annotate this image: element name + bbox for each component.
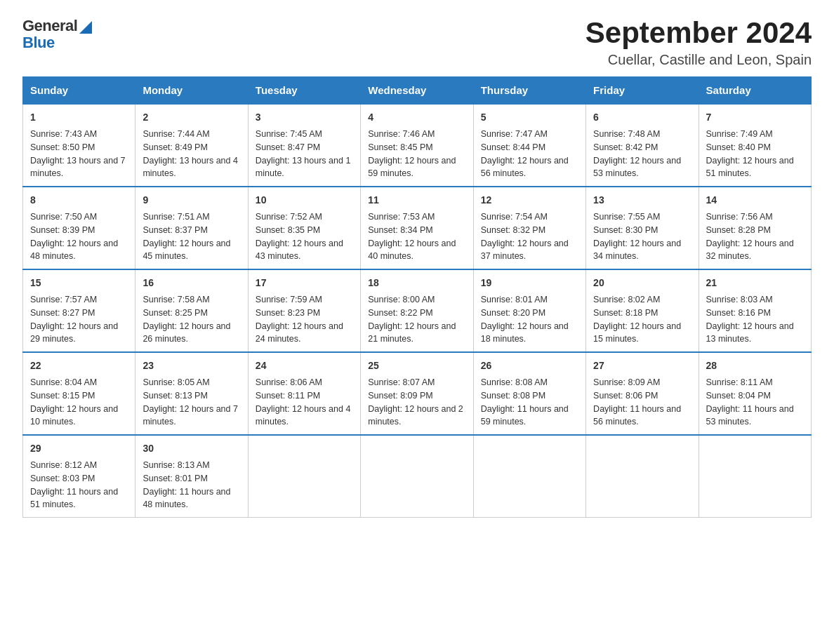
calendar-cell: [473, 435, 585, 518]
day-number: 19: [481, 276, 578, 290]
calendar-cell: 3Sunrise: 7:45 AMSunset: 8:47 PMDaylight…: [248, 104, 360, 187]
day-number: 22: [30, 358, 128, 373]
day-number: 24: [256, 358, 353, 373]
calendar-table: Sunday Monday Tuesday Wednesday Thursday…: [22, 76, 812, 518]
calendar-cell: [586, 435, 699, 518]
col-saturday: Saturday: [699, 77, 811, 105]
day-number: 20: [593, 276, 691, 290]
calendar-cell: 6Sunrise: 7:48 AMSunset: 8:42 PMDaylight…: [586, 104, 699, 187]
calendar-cell: 1Sunrise: 7:43 AMSunset: 8:50 PMDaylight…: [23, 104, 135, 187]
calendar-cell: 12Sunrise: 7:54 AMSunset: 8:32 PMDayligh…: [473, 187, 585, 269]
location-subtitle: Cuellar, Castille and Leon, Spain: [585, 52, 812, 68]
calendar-cell: 24Sunrise: 8:06 AMSunset: 8:11 PMDayligh…: [248, 352, 360, 435]
col-tuesday: Tuesday: [248, 77, 360, 105]
day-number: 30: [143, 441, 240, 456]
calendar-week-row: 1Sunrise: 7:43 AMSunset: 8:50 PMDaylight…: [23, 104, 812, 187]
calendar-cell: 19Sunrise: 8:01 AMSunset: 8:20 PMDayligh…: [473, 269, 585, 352]
day-number: 1: [30, 110, 128, 125]
day-number: 10: [256, 193, 353, 208]
day-number: 3: [256, 110, 353, 125]
calendar-cell: 25Sunrise: 8:07 AMSunset: 8:09 PMDayligh…: [361, 352, 473, 435]
calendar-cell: 26Sunrise: 8:08 AMSunset: 8:08 PMDayligh…: [473, 352, 585, 435]
logo: General Blue: [22, 17, 92, 52]
col-thursday: Thursday: [473, 77, 585, 105]
calendar-cell: 11Sunrise: 7:53 AMSunset: 8:34 PMDayligh…: [361, 187, 473, 269]
day-number: 29: [30, 441, 128, 456]
calendar-cell: [248, 435, 360, 518]
day-number: 15: [30, 276, 128, 290]
calendar-week-row: 15Sunrise: 7:57 AMSunset: 8:27 PMDayligh…: [23, 269, 812, 352]
calendar-cell: 22Sunrise: 8:04 AMSunset: 8:15 PMDayligh…: [23, 352, 135, 435]
calendar-cell: [699, 435, 811, 518]
day-number: 4: [368, 110, 465, 125]
day-number: 14: [706, 193, 804, 208]
calendar-cell: 18Sunrise: 8:00 AMSunset: 8:22 PMDayligh…: [361, 269, 473, 352]
calendar-cell: 8Sunrise: 7:50 AMSunset: 8:39 PMDaylight…: [23, 187, 135, 269]
calendar-cell: [361, 435, 473, 518]
col-wednesday: Wednesday: [361, 77, 473, 105]
day-number: 23: [143, 358, 240, 373]
calendar-cell: 2Sunrise: 7:44 AMSunset: 8:49 PMDaylight…: [135, 104, 248, 187]
day-number: 21: [706, 276, 804, 290]
calendar-cell: 16Sunrise: 7:58 AMSunset: 8:25 PMDayligh…: [135, 269, 248, 352]
logo-blue-text: Blue: [22, 34, 55, 52]
col-sunday: Sunday: [23, 77, 135, 105]
calendar-cell: 5Sunrise: 7:47 AMSunset: 8:44 PMDaylight…: [473, 104, 585, 187]
col-friday: Friday: [586, 77, 699, 105]
calendar-cell: 14Sunrise: 7:56 AMSunset: 8:28 PMDayligh…: [699, 187, 811, 269]
title-block: September 2024 Cuellar, Castille and Leo…: [585, 17, 812, 68]
day-number: 5: [481, 110, 578, 125]
page-header: General Blue September 2024 Cuellar, Cas…: [22, 17, 812, 68]
day-number: 7: [706, 110, 804, 125]
day-number: 25: [368, 358, 465, 373]
day-number: 13: [593, 193, 691, 208]
calendar-cell: 28Sunrise: 8:11 AMSunset: 8:04 PMDayligh…: [699, 352, 811, 435]
day-number: 26: [481, 358, 578, 373]
calendar-cell: 17Sunrise: 7:59 AMSunset: 8:23 PMDayligh…: [248, 269, 360, 352]
calendar-cell: 21Sunrise: 8:03 AMSunset: 8:16 PMDayligh…: [699, 269, 811, 352]
logo-general-text: General: [22, 17, 77, 35]
day-number: 9: [143, 193, 240, 208]
month-year-title: September 2024: [585, 17, 812, 49]
day-number: 17: [256, 276, 353, 290]
calendar-cell: 15Sunrise: 7:57 AMSunset: 8:27 PMDayligh…: [23, 269, 135, 352]
calendar-week-row: 29Sunrise: 8:12 AMSunset: 8:03 PMDayligh…: [23, 435, 812, 518]
day-number: 16: [143, 276, 240, 290]
calendar-cell: 10Sunrise: 7:52 AMSunset: 8:35 PMDayligh…: [248, 187, 360, 269]
calendar-cell: 23Sunrise: 8:05 AMSunset: 8:13 PMDayligh…: [135, 352, 248, 435]
calendar-week-row: 8Sunrise: 7:50 AMSunset: 8:39 PMDaylight…: [23, 187, 812, 269]
calendar-week-row: 22Sunrise: 8:04 AMSunset: 8:15 PMDayligh…: [23, 352, 812, 435]
logo-arrow-icon: [79, 21, 92, 34]
calendar-cell: 4Sunrise: 7:46 AMSunset: 8:45 PMDaylight…: [361, 104, 473, 187]
calendar-cell: 29Sunrise: 8:12 AMSunset: 8:03 PMDayligh…: [23, 435, 135, 518]
calendar-cell: 13Sunrise: 7:55 AMSunset: 8:30 PMDayligh…: [586, 187, 699, 269]
day-number: 11: [368, 193, 465, 208]
calendar-cell: 20Sunrise: 8:02 AMSunset: 8:18 PMDayligh…: [586, 269, 699, 352]
day-number: 12: [481, 193, 578, 208]
col-monday: Monday: [135, 77, 248, 105]
day-number: 28: [706, 358, 804, 373]
day-number: 27: [593, 358, 691, 373]
day-number: 2: [143, 110, 240, 125]
day-number: 6: [593, 110, 691, 125]
day-number: 8: [30, 193, 128, 208]
header-row: Sunday Monday Tuesday Wednesday Thursday…: [23, 77, 812, 105]
calendar-cell: 30Sunrise: 8:13 AMSunset: 8:01 PMDayligh…: [135, 435, 248, 518]
calendar-cell: 9Sunrise: 7:51 AMSunset: 8:37 PMDaylight…: [135, 187, 248, 269]
calendar-cell: 7Sunrise: 7:49 AMSunset: 8:40 PMDaylight…: [699, 104, 811, 187]
day-number: 18: [368, 276, 465, 290]
calendar-cell: 27Sunrise: 8:09 AMSunset: 8:06 PMDayligh…: [586, 352, 699, 435]
